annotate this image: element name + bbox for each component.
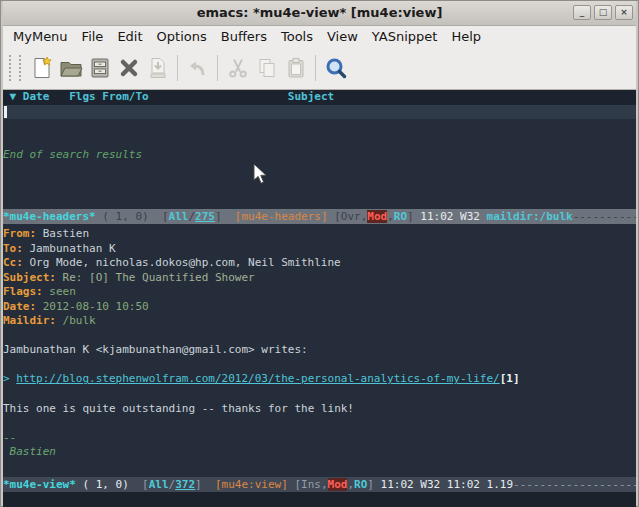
cursor-position: ( 1, 0) [96,210,162,223]
menu-item-view[interactable]: View [327,29,358,44]
mode-line-fill: ------------ [573,210,636,223]
close-button[interactable]: × [615,5,633,20]
field-value: seen [49,285,76,298]
body-quote-line: > http://blog.stephenwolfram.com/2012/03… [3,372,636,387]
scroll-indicator: All [149,478,169,491]
menu-item-buffers[interactable]: Buffers [221,29,267,44]
bracket: [ [162,210,169,223]
field-label: Maildir: [3,314,56,327]
paste-icon[interactable] [281,53,310,83]
scroll-indicator: All [169,210,189,223]
field-label: Subject: [3,271,56,284]
field-label: From: [3,227,36,240]
clock: 11:02 W32 11:02 1.19 [381,478,513,491]
field-label: Date: [3,300,36,313]
undo-icon[interactable] [183,53,212,83]
header-field-cc: Cc:Org Mode, nicholas.dokos@hp.com, Neil… [3,256,636,271]
minimize-button[interactable]: _ [573,5,591,20]
message-row-selected[interactable]: 2012-08-10 S Bastien | Re: [O] The Quant… [3,105,636,120]
message-count: 372 [175,478,195,491]
field-value: Jambunathan K [29,242,115,255]
search-icon[interactable] [321,53,350,83]
menu-item-file[interactable]: File [82,29,104,44]
menu-bar: MyMenu File Edit Options Buffers Tools V… [3,26,636,47]
modified-flag: Mod [328,478,348,491]
message-row[interactable]: 2012-08-10 S Suvayu Ali | Re: Emacs for … [3,134,636,149]
body-greeting: Jambunathan K <kjambunathan@gmail.com> w… [3,343,636,358]
read-only-flag: RO [354,478,367,491]
save-as-icon[interactable] [143,53,172,83]
hyperlink[interactable]: http://blog.stephenwolfram.com/2012/03/t… [16,372,499,385]
toolbar-separator [217,55,218,81]
window-controls: _ □ × [573,5,633,20]
buffer-name: *mu4e-view* [3,478,76,491]
link-reference: [1] [500,372,520,385]
signature-delimiter: -- [3,431,636,446]
menu-item-edit[interactable]: Edit [117,29,142,44]
blank-line [3,358,636,373]
field-value: /bulk [63,314,96,327]
header-field-flags: Flags:seen [3,285,636,300]
field-value: Re: [O] The Quantified Shower [63,271,255,284]
cut-icon[interactable] [223,53,252,83]
buffer-flags: [Ins, [288,478,328,491]
window-title: emacs: *mu4e-view* [mu4e:view] [3,1,636,24]
menu-item-options[interactable]: Options [157,29,207,44]
emacs-window: emacs: *mu4e-view* [mu4e:view] _ □ × MyM… [0,0,639,507]
header-field-to: To:Jambunathan K [3,242,636,257]
message-row[interactable]: 2012-08-10 S Lanoxx | Re: Compiling glib… [3,119,636,134]
header-field-from: From:Bastien [3,227,636,242]
save-icon[interactable] [85,53,114,83]
toolbar-separator [315,55,316,81]
bracket: ] [195,478,215,491]
field-value: 2012-08-10 10:50 [43,300,149,313]
text-cursor [4,106,7,119]
title-bar[interactable]: emacs: *mu4e-view* [mu4e:view] _ □ × [3,1,636,26]
open-folder-icon[interactable] [56,53,85,83]
menu-item-help[interactable]: Help [451,29,481,44]
blank-line [3,329,636,344]
bracket: ] [215,210,235,223]
buffer-name: *mu4e-headers* [3,210,96,223]
end-of-search-results: End of search results [3,148,636,163]
delete-icon[interactable] [114,53,143,83]
major-mode: [mu4e:view] [215,478,288,491]
field-label: To: [3,242,23,255]
copy-icon[interactable] [252,53,281,83]
body-comment: This one is quite outstanding -- thanks … [3,402,636,417]
mu4e-view-window: From:Bastien To:Jambunathan K Cc:Org Mod… [3,224,636,477]
maildir-path: maildir:/bulk [487,210,573,223]
modified-flag: Mod [367,210,387,223]
toolbar-separator [177,55,178,81]
field-value: Org Mode, nicholas.dokos@hp.com, Neil Sm… [29,256,340,269]
menu-item-yasnippet[interactable]: YASnippet [372,29,438,44]
bracket: ] [367,478,380,491]
mode-line-view: *mu4e-view* ( 1, 0) [All/372] [mu4e:view… [3,477,636,492]
field-label: Flags: [3,285,43,298]
read-only-flag: RO [394,210,407,223]
major-mode: [mu4e-headers] [235,210,328,223]
menu-item-mymenu[interactable]: MyMenu [13,29,68,44]
bracket: ] [407,210,420,223]
mode-line-fill: -------------------- [513,478,636,491]
blank-line [3,416,636,431]
separator: , [387,210,394,223]
maximize-button[interactable]: □ [594,5,612,20]
message-count: 275 [195,210,215,223]
signature-name: Bastien [3,445,636,460]
header-field-date: Date:2012-08-10 10:50 [3,300,636,315]
menu-item-tools[interactable]: Tools [281,29,313,44]
cursor-position: ( 1, 0) [76,478,142,491]
quote-prefix: > [3,372,16,385]
mu4e-headers-window: ▼ Date Flgs From/To Subject 2012-08-10 S… [3,90,636,209]
clock: 11:02 W32 [420,210,486,223]
headers-column-titles[interactable]: ▼ Date Flgs From/To Subject [3,90,636,105]
new-file-icon[interactable] [27,53,56,83]
header-field-subject: Subject:Re: [O] The Quantified Shower [3,271,636,286]
toolbar-drag-handle[interactable] [9,55,21,81]
header-field-maildir: Maildir:/bulk [3,314,636,329]
mode-line-headers: *mu4e-headers* ( 1, 0) [All/275] [mu4e-h… [3,209,636,224]
field-value: Bastien [43,227,89,240]
echo-area[interactable] [3,492,636,507]
buffer-flags: [Ovr, [328,210,368,223]
